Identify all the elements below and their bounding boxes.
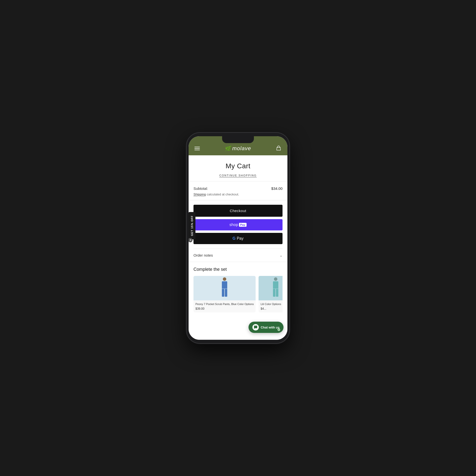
complete-set-title: Complete the set [193, 267, 283, 272]
discount-tab-label: Get 15% OFF [190, 216, 193, 236]
order-notes-header[interactable]: Order notes ⌄ [193, 253, 283, 257]
google-pay-text: Pay [237, 236, 244, 241]
cart-icon-button[interactable] [276, 145, 282, 152]
discount-tab[interactable]: ✕ Get 15% OFF [188, 212, 195, 239]
order-notes-section: Order notes ⌄ [188, 249, 288, 262]
logo: 🌿 molave [224, 145, 251, 152]
subtotal-section: Subtotal: $34.00 Shipping calculated at … [188, 182, 288, 200]
menu-icon[interactable] [194, 147, 200, 150]
chat-label: Chat with us [261, 325, 280, 329]
continue-shopping-link[interactable]: CONTINUE SHOPPING [220, 174, 257, 177]
screen-content: My Cart CONTINUE SHOPPING Subtotal: $34.… [188, 155, 288, 340]
shop-pay-badge: Pay [239, 223, 247, 227]
chevron-down-icon: ⌄ [280, 254, 283, 257]
logo-text: molave [232, 145, 251, 152]
discount-tab-inner[interactable]: ✕ Get 15% OFF [188, 212, 195, 239]
product-card-info-1: Peony 7 Pocket Scrub Pants, Blue Color O… [193, 300, 255, 312]
phone-screen: 🌿 molave My Cart CONTINUE SHOPPING Subto… [188, 136, 288, 340]
order-notes-label: Order notes [193, 253, 213, 257]
complete-set-section: Complete the set [188, 262, 288, 316]
product-card[interactable]: Peony 7 Pocket Scrub Pants, Blue Color O… [193, 276, 255, 312]
google-pay-button[interactable]: G Pay [193, 233, 283, 244]
shop-pay-button[interactable]: shop Pay [193, 219, 283, 230]
shop-pay-text: shop [229, 222, 238, 227]
chat-button[interactable]: Chat with us [249, 322, 284, 333]
product-card-info-2: Lili Color Options $4... [258, 300, 283, 312]
product-card-image-2 [258, 276, 283, 300]
google-g-icon: G [232, 236, 235, 241]
notch [222, 136, 254, 143]
product-card-2[interactable]: Lili Color Options $4... [258, 276, 283, 312]
page-title: My Cart [193, 162, 283, 170]
shop-pay-logo: shop Pay [229, 222, 247, 227]
chat-icon [253, 324, 259, 330]
product-figure-1 [219, 277, 230, 299]
product-cards-row: Peony 7 Pocket Scrub Pants, Blue Color O… [193, 276, 283, 312]
shipping-note: Shipping calculated at checkout. [193, 192, 283, 196]
product-card-name-1: Peony 7 Pocket Scrub Pants, Blue Color O… [195, 302, 254, 306]
phone-frame: 🌿 molave My Cart CONTINUE SHOPPING Subto… [187, 133, 289, 343]
product-card-price-2: $4... [260, 307, 283, 310]
checkout-button[interactable]: Checkout [193, 205, 283, 217]
product-figure-2 [270, 277, 282, 299]
product-card-image-1 [193, 276, 255, 300]
logo-leaf-icon: 🌿 [224, 146, 231, 152]
chat-online-indicator [278, 328, 280, 331]
product-card-name-2: Lili Color Options [260, 302, 283, 306]
shipping-note-text: calculated at checkout. [207, 192, 239, 196]
shipping-link[interactable]: Shipping [193, 192, 206, 196]
subtotal-label: Subtotal: [193, 187, 208, 190]
subtotal-amount: $34.00 [271, 187, 283, 190]
product-card-price-1: $39.00 [195, 307, 254, 310]
payment-section: Checkout shop Pay G Pay [188, 200, 288, 249]
subtotal-row: Subtotal: $34.00 [193, 187, 283, 190]
page-title-section: My Cart CONTINUE SHOPPING [188, 155, 288, 182]
